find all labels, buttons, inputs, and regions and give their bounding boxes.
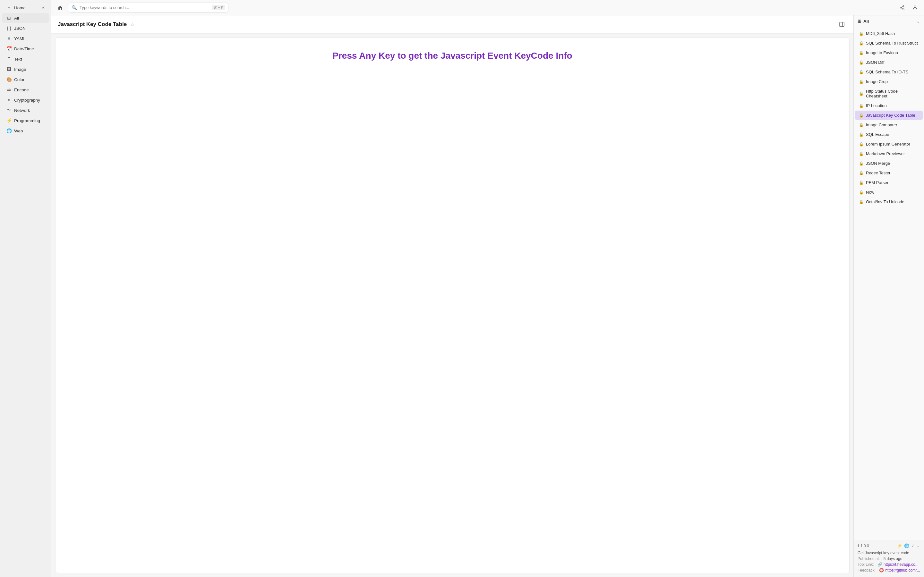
sidebar-item-yaml[interactable]: ≡ YAML	[2, 34, 49, 43]
footer-description: Get Javascript key event code	[858, 551, 909, 555]
sidebar-label-web: Web	[14, 129, 23, 133]
sidebar-label-color: Color	[14, 77, 24, 82]
rp-icon-octillion-unicode: 🔒	[859, 200, 864, 204]
sidebar-label-image: Image	[14, 67, 26, 72]
lightning-icon[interactable]: ⚡	[897, 543, 902, 548]
rp-label-image-crop: Image Crop	[866, 79, 888, 84]
rp-label-pem-parser: PEM Parser	[866, 180, 888, 185]
rp-item-now[interactable]: 🔒 Now	[855, 187, 923, 197]
sidebar-icon-cryptography: ✦	[6, 97, 11, 103]
sidebar-icon-all: ⊞	[6, 15, 11, 21]
rp-icon-sql-schema-iots: 🔒	[859, 70, 864, 74]
rp-item-markdown-preview[interactable]: 🔒 Markdown Previewer	[855, 149, 923, 158]
rp-label-image-to-favicon: Image to Favicon	[866, 50, 898, 55]
sidebar-item-all[interactable]: ⊞ All	[2, 13, 49, 23]
topbar: 🔍 ⌘ + K	[51, 0, 924, 15]
search-bar: 🔍 ⌘ + K	[68, 3, 228, 13]
rp-icon-json-diff: 🔒	[859, 60, 864, 65]
sidebar-item-web[interactable]: 🌐 Web	[2, 126, 49, 135]
sidebar-label-home: Home	[14, 5, 26, 10]
rp-icon-sql-escape: 🔒	[859, 132, 864, 137]
footer-published-row: Published at: 5 days ago	[858, 556, 920, 561]
favorite-button[interactable]: ☆	[130, 21, 135, 28]
rp-item-md5-hash[interactable]: 🔒 MD6_256 Hash	[855, 29, 923, 38]
sidebar: « ⌂ Home ⊞ All { } JSON ≡ YAML 📅 Date/Ti…	[0, 0, 51, 577]
rp-item-image-to-favicon[interactable]: 🔒 Image to Favicon	[855, 48, 923, 57]
footer-feedback-link[interactable]: https://github.com/...	[885, 568, 920, 572]
svg-line-3	[901, 6, 903, 7]
footer-tool-label: Tool Link:	[858, 562, 874, 567]
rp-icon-markdown-preview: 🔒	[859, 152, 864, 156]
rp-label-md5-hash: MD6_256 Hash	[866, 31, 895, 36]
rp-label-sql-escape: SQL Escape	[866, 132, 889, 137]
rp-label-js-keycode: Javascript Key Code Table	[866, 113, 915, 118]
rp-item-http-status[interactable]: 🔒 Http Status Code Cheatsheet	[855, 87, 923, 101]
sidebar-collapse-button[interactable]: «	[42, 5, 45, 10]
check-icon[interactable]: ✓	[911, 543, 915, 548]
sidebar-label-cryptography: Cryptography	[14, 98, 40, 103]
globe-icon[interactable]: 🌐	[904, 543, 909, 548]
rp-item-json-diff[interactable]: 🔒 JSON Diff	[855, 58, 923, 67]
sidebar-item-color[interactable]: 🎨 Color	[2, 75, 49, 84]
user-button[interactable]	[910, 3, 920, 13]
home-button[interactable]	[55, 3, 65, 13]
footer-version-row: ℹ 1.0.0 ⚡ 🌐 ✓ ⌄	[858, 543, 920, 548]
rp-item-regex-tester[interactable]: 🔒 Regex Tester	[855, 168, 923, 177]
rp-icon-sql-schema-rust: 🔒	[859, 41, 864, 45]
sidebar-label-datetime: Date/Time	[14, 47, 34, 51]
page-title: Javascript Key Code Table	[58, 21, 127, 27]
rp-icon-image-comparer: 🔒	[859, 123, 864, 127]
panel-toggle-button[interactable]	[837, 19, 847, 29]
footer-published-label: Published at:	[858, 556, 880, 561]
rp-item-sql-escape[interactable]: 🔒 SQL Escape	[855, 130, 923, 139]
rp-icon-image-crop: 🔒	[859, 79, 864, 84]
sidebar-icon-datetime: 📅	[6, 46, 11, 51]
sidebar-item-image[interactable]: 🖼 Image	[2, 64, 49, 74]
search-input[interactable]	[79, 5, 209, 10]
all-icon: ⊞	[858, 19, 861, 24]
rp-item-sql-schema-rust[interactable]: 🔒 SQL Schema To Rust Struct	[855, 39, 923, 48]
rp-item-sql-schema-iots[interactable]: 🔒 SQL Schema To IO-TS	[855, 67, 923, 77]
page-header: Javascript Key Code Table ☆	[51, 15, 853, 34]
sidebar-icon-programming: ⚡	[6, 118, 11, 123]
footer-feedback-label: Feedback:	[858, 568, 876, 572]
sidebar-item-json[interactable]: { } JSON	[2, 23, 49, 33]
sidebar-icon-json: { }	[6, 26, 11, 31]
right-panel-collapse-button[interactable]: ⌄	[916, 19, 920, 24]
rp-icon-regex-tester: 🔒	[859, 171, 864, 175]
sidebar-item-programming[interactable]: ⚡ Programming	[2, 116, 49, 125]
rp-icon-json-merge: 🔒	[859, 161, 864, 166]
sidebar-label-programming: Programming	[14, 118, 40, 123]
sidebar-icon-color: 🎨	[6, 77, 11, 82]
sidebar-icon-image: 🖼	[6, 67, 11, 72]
rp-item-image-crop[interactable]: 🔒 Image Crop	[855, 77, 923, 86]
sidebar-item-text[interactable]: T Text	[2, 54, 49, 64]
share-button[interactable]	[897, 3, 907, 13]
sidebar-item-encode[interactable]: ⇄ Encode	[2, 85, 49, 95]
rp-icon-js-keycode: 🔒	[859, 113, 864, 118]
right-panel-footer: ℹ 1.0.0 ⚡ 🌐 ✓ ⌄ Get Javascript key event…	[854, 540, 924, 577]
right-panel-header: ⊞ All ⌄	[854, 15, 924, 27]
rp-item-js-keycode[interactable]: 🔒 Javascript Key Code Table	[855, 111, 923, 120]
rp-label-lorem-ipsum: Lorem Ipsum Generator	[866, 142, 910, 147]
rp-item-json-merge[interactable]: 🔒 JSON Merge	[855, 159, 923, 168]
rp-item-pem-parser[interactable]: 🔒 PEM Parser	[855, 178, 923, 187]
rp-item-lorem-ipsum[interactable]: 🔒 Lorem Ipsum Generator	[855, 139, 923, 149]
svg-line-4	[901, 8, 903, 9]
sidebar-item-network[interactable]: 〜 Network	[2, 105, 49, 115]
sidebar-label-json: JSON	[14, 26, 26, 31]
rp-label-image-comparer: Image Comparer	[866, 122, 897, 127]
sidebar-item-datetime[interactable]: 📅 Date/Time	[2, 44, 49, 53]
rp-item-image-comparer[interactable]: 🔒 Image Comparer	[855, 120, 923, 129]
topbar-right	[897, 3, 920, 13]
rp-label-regex-tester: Regex Tester	[866, 171, 890, 175]
rp-item-ip-location[interactable]: 🔒 IP Location	[855, 101, 923, 110]
chevron-down-icon[interactable]: ⌄	[917, 543, 920, 548]
sidebar-icon-yaml: ≡	[6, 36, 11, 41]
rp-item-octillion-unicode[interactable]: 🔒 Octal/Inv To Unicode	[855, 197, 923, 206]
link-icon: 🔗	[877, 562, 882, 567]
footer-tool-link[interactable]: https://t.he3app.co...	[884, 562, 919, 567]
footer-version: ℹ 1.0.0	[858, 544, 869, 548]
sidebar-item-cryptography[interactable]: ✦ Cryptography	[2, 95, 49, 105]
rp-label-markdown-preview: Markdown Previewer	[866, 151, 905, 156]
